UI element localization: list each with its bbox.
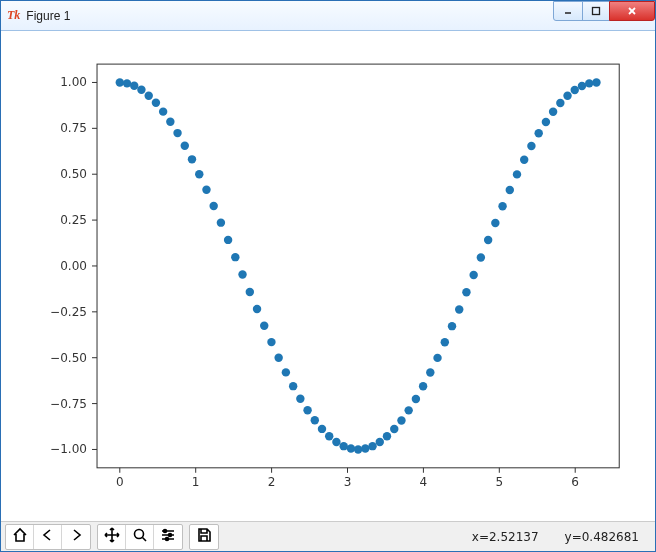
- move-icon: [104, 527, 120, 546]
- sliders-icon: [160, 527, 176, 546]
- svg-rect-1: [593, 8, 600, 15]
- svg-point-45: [173, 129, 181, 137]
- nav-group-3: [189, 524, 219, 550]
- figure-window: Tk Figure 1 0123456−1.00−0.75−0.50−0.250…: [0, 0, 656, 552]
- maximize-button[interactable]: [582, 1, 610, 21]
- home-icon: [12, 527, 28, 546]
- svg-point-66: [325, 432, 333, 440]
- home-button[interactable]: [6, 525, 34, 549]
- svg-point-67: [332, 438, 340, 446]
- svg-point-97: [549, 108, 557, 116]
- svg-point-90: [498, 202, 506, 210]
- svg-point-73: [376, 438, 384, 446]
- pan-button[interactable]: [98, 525, 126, 549]
- svg-point-88: [484, 236, 492, 244]
- magnify-icon: [132, 527, 148, 546]
- svg-text:3: 3: [344, 475, 352, 489]
- svg-point-83: [448, 322, 456, 330]
- svg-text:0: 0: [116, 475, 124, 489]
- titlebar[interactable]: Tk Figure 1: [1, 1, 655, 31]
- svg-point-85: [462, 288, 470, 296]
- svg-point-105: [164, 530, 167, 533]
- svg-point-81: [433, 354, 441, 362]
- svg-text:−0.75: −0.75: [50, 397, 87, 411]
- window-title: Figure 1: [26, 9, 70, 23]
- svg-text:6: 6: [571, 475, 579, 489]
- svg-point-42: [152, 99, 160, 107]
- svg-point-57: [260, 322, 268, 330]
- svg-point-101: [578, 82, 586, 90]
- svg-text:−0.25: −0.25: [50, 305, 87, 319]
- coord-x: x=2.52137: [472, 530, 539, 544]
- svg-point-37: [116, 78, 124, 86]
- svg-point-76: [397, 416, 405, 424]
- svg-point-39: [130, 82, 138, 90]
- cursor-coordinates: x=2.52137 y=0.482681: [472, 530, 651, 544]
- svg-point-89: [491, 219, 499, 227]
- configure-button[interactable]: [154, 525, 182, 549]
- svg-point-62: [296, 395, 304, 403]
- svg-point-53: [231, 253, 239, 261]
- svg-point-60: [282, 368, 290, 376]
- svg-point-94: [527, 142, 535, 150]
- svg-point-98: [556, 99, 564, 107]
- nav-group-2: [97, 524, 183, 550]
- back-button[interactable]: [34, 525, 62, 549]
- svg-text:4: 4: [420, 475, 428, 489]
- plot-area[interactable]: 0123456−1.00−0.75−0.50−0.250.000.250.500…: [9, 39, 647, 513]
- svg-point-52: [224, 236, 232, 244]
- svg-point-38: [123, 79, 131, 87]
- arrow-left-icon: [40, 527, 56, 546]
- svg-point-44: [166, 118, 174, 126]
- svg-point-75: [390, 425, 398, 433]
- save-button[interactable]: [190, 525, 218, 549]
- svg-point-84: [455, 305, 463, 313]
- svg-point-80: [426, 368, 434, 376]
- svg-point-96: [542, 118, 550, 126]
- svg-point-50: [209, 202, 217, 210]
- nav-toolbar: x=2.52137 y=0.482681: [1, 521, 655, 551]
- svg-point-72: [368, 442, 376, 450]
- svg-text:−1.00: −1.00: [50, 442, 87, 456]
- svg-point-104: [134, 530, 143, 539]
- svg-text:1.00: 1.00: [60, 75, 87, 89]
- svg-point-63: [303, 406, 311, 414]
- svg-text:1: 1: [192, 475, 200, 489]
- svg-point-56: [253, 305, 261, 313]
- svg-point-102: [585, 79, 593, 87]
- arrow-right-icon: [68, 527, 84, 546]
- svg-point-59: [274, 353, 282, 361]
- svg-point-58: [267, 338, 275, 346]
- zoom-button[interactable]: [126, 525, 154, 549]
- nav-group-1: [5, 524, 91, 550]
- plot-canvas[interactable]: 0123456−1.00−0.75−0.50−0.250.000.250.500…: [9, 39, 647, 513]
- window-controls: [554, 1, 655, 21]
- svg-point-64: [311, 416, 319, 424]
- svg-point-43: [159, 107, 167, 115]
- svg-point-48: [195, 170, 203, 178]
- svg-text:5: 5: [495, 475, 503, 489]
- svg-point-77: [404, 406, 412, 414]
- svg-point-51: [217, 218, 225, 226]
- svg-point-103: [592, 78, 600, 86]
- svg-text:0.25: 0.25: [60, 213, 87, 227]
- svg-point-49: [202, 186, 210, 194]
- forward-button[interactable]: [62, 525, 90, 549]
- svg-point-74: [383, 432, 391, 440]
- svg-text:0.75: 0.75: [60, 121, 87, 135]
- svg-point-87: [477, 253, 485, 261]
- svg-point-78: [412, 395, 420, 403]
- svg-point-106: [169, 534, 172, 537]
- svg-point-47: [188, 155, 196, 163]
- plot-content: 0123456−1.00−0.75−0.50−0.250.000.250.500…: [1, 31, 655, 521]
- svg-text:0.50: 0.50: [60, 167, 87, 181]
- close-button[interactable]: [609, 1, 655, 21]
- svg-point-41: [144, 91, 152, 99]
- svg-point-68: [339, 442, 347, 450]
- svg-point-65: [318, 425, 326, 433]
- svg-text:−0.50: −0.50: [50, 351, 87, 365]
- svg-point-107: [166, 538, 169, 541]
- minimize-button[interactable]: [553, 1, 583, 21]
- svg-point-61: [289, 382, 297, 390]
- svg-point-91: [506, 186, 514, 194]
